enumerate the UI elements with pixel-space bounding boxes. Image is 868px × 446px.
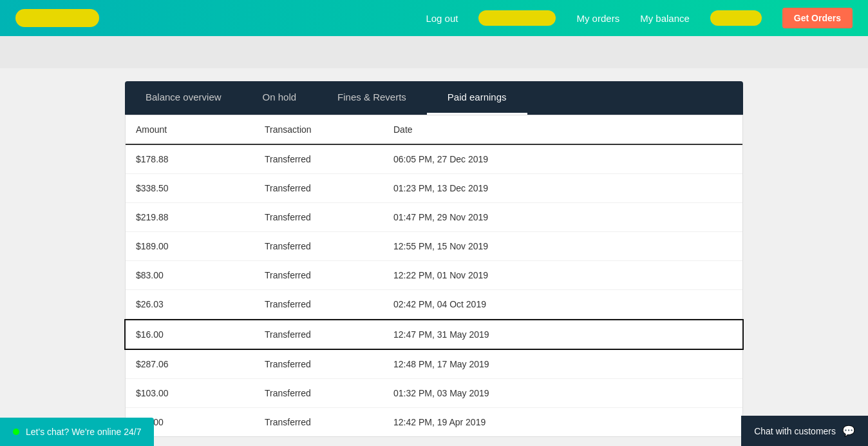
- amount-cell: $16.00: [136, 329, 265, 340]
- amount-cell: $86.00: [136, 417, 265, 427]
- transaction-cell: Transferred: [265, 154, 393, 164]
- column-header-amount: Amount: [136, 124, 265, 135]
- transaction-cell: Transferred: [265, 212, 393, 222]
- table-row: $189.00Transferred12:55 PM, 15 Nov 2019: [126, 232, 742, 261]
- date-cell: 06:05 PM, 27 Dec 2019: [393, 154, 732, 164]
- chat-bar-label: Let's chat? We're online 24/7: [26, 427, 141, 437]
- transaction-cell: Transferred: [265, 241, 393, 251]
- amount-cell: $26.03: [136, 299, 265, 309]
- amount-cell: $189.00: [136, 241, 265, 251]
- tab-paid-earnings[interactable]: Paid earnings: [427, 81, 527, 115]
- logo: [15, 9, 99, 27]
- column-header-transaction: Transaction: [265, 124, 393, 135]
- transaction-cell: Transferred: [265, 329, 393, 340]
- amount-cell: $338.50: [136, 183, 265, 193]
- tab-on-hold[interactable]: On hold: [242, 81, 317, 115]
- my-orders-link[interactable]: My orders: [576, 13, 619, 24]
- transaction-cell: Transferred: [265, 299, 393, 309]
- header: Log out My orders My balance Get Orders: [0, 0, 868, 36]
- chat-customers-label: Chat with customers: [754, 426, 836, 436]
- date-cell: 02:42 PM, 04 Oct 2019: [393, 299, 732, 309]
- chat-bar[interactable]: Let's chat? We're online 24/7: [0, 418, 154, 446]
- online-indicator: [13, 429, 19, 435]
- table-row: $338.50Transferred01:23 PM, 13 Dec 2019: [126, 174, 742, 203]
- date-cell: 12:42 PM, 19 Apr 2019: [393, 417, 732, 427]
- amount-cell: $103.00: [136, 388, 265, 398]
- amount-cell: $83.00: [136, 270, 265, 280]
- tab-fines-reverts[interactable]: Fines & Reverts: [317, 81, 427, 115]
- table-row: $16.00Transferred12:47 PM, 31 May 2019: [124, 319, 744, 350]
- user-blob: [710, 10, 762, 26]
- get-orders-button[interactable]: Get Orders: [782, 8, 853, 28]
- main-content: Balance overviewOn holdFines & RevertsPa…: [125, 68, 743, 446]
- table-container: AmountTransactionDate $178.88Transferred…: [125, 115, 743, 437]
- date-cell: 01:47 PM, 29 Nov 2019: [393, 212, 732, 222]
- search-blob: [478, 10, 556, 26]
- my-balance-link[interactable]: My balance: [640, 13, 690, 24]
- chat-icon: 💬: [842, 425, 855, 437]
- date-cell: 01:23 PM, 13 Dec 2019: [393, 183, 732, 193]
- table-row: $103.00Transferred01:32 PM, 03 May 2019: [126, 379, 742, 408]
- amount-cell: $219.88: [136, 212, 265, 222]
- date-cell: 12:47 PM, 31 May 2019: [393, 329, 732, 340]
- amount-cell: $178.88: [136, 154, 265, 164]
- transaction-cell: Transferred: [265, 359, 393, 369]
- top-gray-bar: [0, 36, 868, 68]
- table-row: $178.88Transferred06:05 PM, 27 Dec 2019: [126, 145, 742, 174]
- header-nav: Log out My orders My balance Get Orders: [426, 8, 853, 28]
- tabs-bar: Balance overviewOn holdFines & RevertsPa…: [125, 81, 743, 115]
- table-row: $287.06Transferred12:48 PM, 17 May 2019: [126, 350, 742, 379]
- table-row: $83.00Transferred12:22 PM, 01 Nov 2019: [126, 261, 742, 290]
- transaction-cell: Transferred: [265, 417, 393, 427]
- transaction-cell: Transferred: [265, 183, 393, 193]
- transaction-cell: Transferred: [265, 388, 393, 398]
- show-more-button[interactable]: Show more ↻: [125, 437, 743, 446]
- date-cell: 12:55 PM, 15 Nov 2019: [393, 241, 732, 251]
- logout-link[interactable]: Log out: [426, 13, 458, 24]
- table-row: $86.00Transferred12:42 PM, 19 Apr 2019: [126, 408, 742, 436]
- tab-balance-overview[interactable]: Balance overview: [125, 81, 242, 115]
- column-header-date: Date: [393, 124, 732, 135]
- date-cell: 12:22 PM, 01 Nov 2019: [393, 270, 732, 280]
- date-cell: 01:32 PM, 03 May 2019: [393, 388, 732, 398]
- chat-customers-button[interactable]: Chat with customers 💬: [741, 416, 868, 446]
- table-header: AmountTransactionDate: [126, 115, 742, 145]
- table-row: $26.03Transferred02:42 PM, 04 Oct 2019: [126, 290, 742, 319]
- amount-cell: $287.06: [136, 359, 265, 369]
- transaction-cell: Transferred: [265, 270, 393, 280]
- table-row: $219.88Transferred01:47 PM, 29 Nov 2019: [126, 203, 742, 232]
- date-cell: 12:48 PM, 17 May 2019: [393, 359, 732, 369]
- table-body: $178.88Transferred06:05 PM, 27 Dec 2019$…: [126, 145, 742, 436]
